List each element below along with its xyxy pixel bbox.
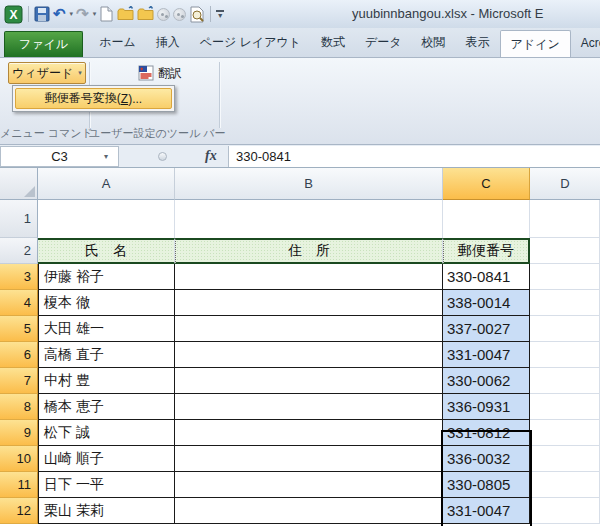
cell-D7[interactable] bbox=[530, 368, 600, 394]
cell-A6[interactable]: 高橋 直子 bbox=[38, 342, 175, 368]
name-box-dropdown-icon[interactable]: ▾ bbox=[104, 152, 108, 161]
cell-C5[interactable]: 337-0027 bbox=[443, 316, 530, 342]
cell-B9[interactable] bbox=[175, 420, 443, 446]
cell-D9[interactable] bbox=[530, 420, 600, 446]
cell-B10[interactable] bbox=[175, 446, 443, 472]
name-box[interactable]: C3 bbox=[0, 146, 119, 167]
undo-dropdown-icon[interactable]: ▾ bbox=[70, 10, 74, 18]
cell-A8[interactable]: 橋本 恵子 bbox=[38, 394, 175, 420]
row-header-2[interactable]: 2 bbox=[0, 238, 38, 264]
formula-input[interactable]: 330-0841 bbox=[228, 146, 600, 167]
cell-B8[interactable] bbox=[175, 394, 443, 420]
cell-A3[interactable]: 伊藤 裕子 bbox=[38, 264, 175, 290]
cell-A7[interactable]: 中村 豊 bbox=[38, 368, 175, 394]
cell-A10[interactable]: 山崎 順子 bbox=[38, 446, 175, 472]
formula-bar: C3 ▾ fx 330-0841 bbox=[0, 145, 600, 168]
excel-window: X ↶ ▾ ↷ ▾ ▼ bbox=[0, 0, 600, 526]
cell-C7[interactable]: 330-0062 bbox=[443, 368, 530, 394]
cell-B6[interactable] bbox=[175, 342, 443, 368]
column-header-b[interactable]: B bbox=[175, 168, 443, 200]
cell-D5[interactable] bbox=[530, 316, 600, 342]
redo-icon[interactable]: ↷ bbox=[76, 4, 89, 24]
tab-formulas[interactable]: 数式 bbox=[311, 28, 355, 57]
select-all-corner[interactable] bbox=[0, 168, 38, 200]
cell-A12[interactable]: 栗山 茉莉 bbox=[38, 498, 175, 524]
undo-icon[interactable]: ↶ bbox=[53, 4, 66, 24]
menu-item-postal-code-convert[interactable]: 郵便番号変換(Z)... bbox=[15, 88, 172, 109]
cell-B1[interactable] bbox=[175, 200, 443, 238]
translate-button[interactable]: 翻訳 bbox=[134, 62, 186, 84]
wizard-button[interactable]: ウィザード ▾ bbox=[8, 62, 86, 84]
new-document-icon[interactable] bbox=[99, 6, 114, 22]
cell-C4[interactable]: 338-0014 bbox=[443, 290, 530, 316]
cell-D1[interactable] bbox=[530, 200, 600, 238]
tab-review[interactable]: 校閲 bbox=[412, 28, 456, 57]
column-header-c[interactable]: C bbox=[443, 168, 530, 200]
insert-function-icon[interactable]: fx bbox=[205, 148, 217, 164]
open-folder-icon[interactable] bbox=[117, 6, 134, 22]
cell-D6[interactable] bbox=[530, 342, 600, 368]
sheet-row-5: 5 大田 雄一 337-0027 bbox=[0, 316, 600, 342]
row-header-8[interactable]: 8 bbox=[0, 394, 38, 420]
cell-D12[interactable] bbox=[530, 498, 600, 524]
tab-file[interactable]: ファイル bbox=[4, 31, 83, 57]
cell-C11[interactable]: 330-0805 bbox=[443, 472, 530, 498]
sheet-row-12: 12 栗山 茉莉 331-0047 bbox=[0, 498, 600, 524]
cell-B11[interactable] bbox=[175, 472, 443, 498]
tab-view[interactable]: 表示 bbox=[456, 28, 500, 57]
tab-insert[interactable]: 挿入 bbox=[146, 28, 190, 57]
row-header-10[interactable]: 10 bbox=[0, 446, 38, 472]
open-folder-2-icon[interactable] bbox=[137, 6, 154, 22]
tab-data[interactable]: データ bbox=[355, 28, 412, 57]
cell-C2[interactable]: 郵便番号 bbox=[443, 238, 530, 264]
tab-home[interactable]: ホーム bbox=[89, 28, 146, 57]
tab-page-layout[interactable]: ページ レイアウト bbox=[190, 28, 311, 57]
row-header-7[interactable]: 7 bbox=[0, 368, 38, 394]
row-header-5[interactable]: 5 bbox=[0, 316, 38, 342]
cell-D8[interactable] bbox=[530, 394, 600, 420]
redo-dropdown-icon[interactable]: ▾ bbox=[93, 10, 97, 18]
cell-D10[interactable] bbox=[530, 446, 600, 472]
cell-A9[interactable]: 松下 誠 bbox=[38, 420, 175, 446]
cell-A2[interactable]: 氏 名 bbox=[38, 238, 175, 264]
formula-bar-grip[interactable] bbox=[158, 152, 167, 161]
save-icon[interactable] bbox=[34, 6, 50, 22]
cell-B4[interactable] bbox=[175, 290, 443, 316]
cell-D11[interactable] bbox=[530, 472, 600, 498]
cell-B3[interactable] bbox=[175, 264, 443, 290]
column-header-a[interactable]: A bbox=[38, 168, 175, 200]
row-header-11[interactable]: 11 bbox=[0, 472, 38, 498]
cell-C3[interactable]: 330-0841 bbox=[443, 264, 530, 290]
wizard-dropdown-menu: 郵便番号変換(Z)... bbox=[12, 85, 175, 112]
cell-A1[interactable] bbox=[38, 200, 175, 238]
cell-B7[interactable] bbox=[175, 368, 443, 394]
cell-D2[interactable] bbox=[530, 238, 600, 264]
cell-D4[interactable] bbox=[530, 290, 600, 316]
tab-acrobat[interactable]: Acrob bbox=[571, 28, 600, 57]
row-header-1[interactable]: 1 bbox=[0, 200, 38, 238]
row-header-9[interactable]: 9 bbox=[0, 420, 38, 446]
cell-C12[interactable]: 331-0047 bbox=[443, 498, 530, 524]
tab-addins[interactable]: アドイン bbox=[500, 30, 571, 58]
row-header-6[interactable]: 6 bbox=[0, 342, 38, 368]
cell-C8[interactable]: 336-0931 bbox=[443, 394, 530, 420]
cell-B2[interactable]: 住 所 bbox=[175, 238, 443, 264]
customize-qat-icon[interactable]: ▼ bbox=[216, 10, 224, 18]
cell-C1[interactable] bbox=[443, 200, 530, 238]
excel-logo-icon[interactable]: X bbox=[4, 5, 23, 24]
row-header-12[interactable]: 12 bbox=[0, 498, 38, 524]
cell-C10[interactable]: 336-0032 bbox=[443, 446, 530, 472]
column-header-d[interactable]: D bbox=[530, 168, 600, 200]
cell-A11[interactable]: 日下 一平 bbox=[38, 472, 175, 498]
cell-A4[interactable]: 榎本 徹 bbox=[38, 290, 175, 316]
print-preview-icon[interactable] bbox=[189, 6, 205, 23]
cell-A5[interactable]: 大田 雄一 bbox=[38, 316, 175, 342]
cell-B5[interactable] bbox=[175, 316, 443, 342]
sheet-row-6: 6 高橋 直子 331-0047 bbox=[0, 342, 600, 368]
row-header-3[interactable]: 3 bbox=[0, 264, 38, 290]
cell-B12[interactable] bbox=[175, 498, 443, 524]
cell-C9[interactable]: 331-0812 bbox=[443, 420, 530, 446]
cell-C6[interactable]: 331-0047 bbox=[443, 342, 530, 368]
cell-D3[interactable] bbox=[530, 264, 600, 290]
row-header-4[interactable]: 4 bbox=[0, 290, 38, 316]
